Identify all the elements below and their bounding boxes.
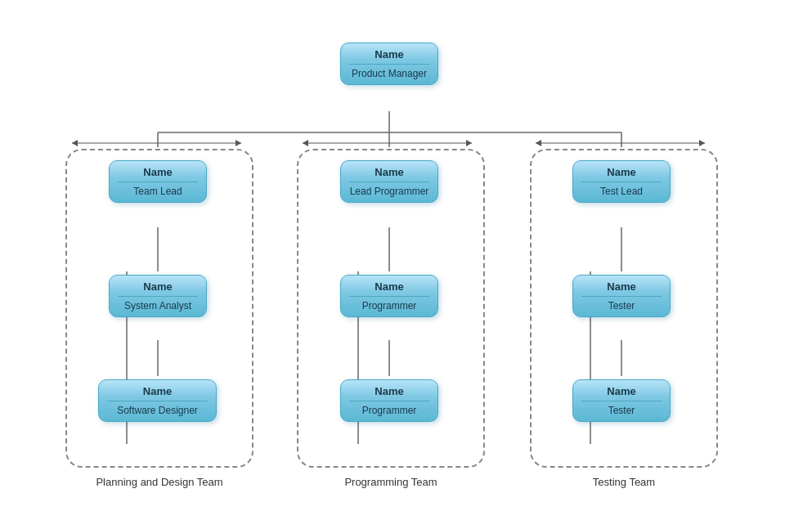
test-lead-node[interactable]: Name Test Lead [572, 160, 671, 203]
software-designer-role: Software Designer [107, 405, 208, 416]
system-analyst-role: System Analyst [118, 300, 198, 312]
product-manager-name: Name [349, 48, 429, 65]
team-lead-name: Name [118, 166, 198, 182]
svg-marker-28 [536, 140, 541, 146]
tester2-role: Tester [581, 405, 662, 416]
programmer1-name: Name [349, 280, 429, 297]
lead-programmer-name: Name [349, 166, 429, 182]
programming-group-label: Programming Team [297, 476, 485, 488]
diagram-container: Name Product Manager Name Team Lead Name… [0, 0, 812, 529]
svg-marker-22 [72, 140, 78, 146]
svg-marker-21 [236, 140, 241, 146]
programmer2-role: Programmer [349, 405, 429, 416]
tester2-name: Name [581, 385, 662, 401]
lead-programmer-node[interactable]: Name Lead Programmer [340, 160, 438, 203]
lead-programmer-role: Lead Programmer [349, 186, 429, 197]
software-designer-node[interactable]: Name Software Designer [98, 379, 217, 422]
testing-group-label: Testing Team [530, 476, 718, 488]
programmer1-role: Programmer [349, 300, 429, 312]
system-analyst-node[interactable]: Name System Analyst [109, 275, 207, 317]
product-manager-role: Product Manager [349, 68, 429, 79]
system-analyst-name: Name [118, 280, 198, 297]
test-lead-name: Name [581, 166, 662, 182]
planning-group-label: Planning and Design Team [65, 476, 253, 488]
product-manager-node[interactable]: Name Product Manager [340, 43, 438, 85]
tester1-node[interactable]: Name Tester [572, 275, 671, 317]
svg-marker-25 [303, 140, 308, 146]
tester1-role: Tester [581, 300, 662, 312]
team-lead-node[interactable]: Name Team Lead [109, 160, 207, 203]
svg-marker-27 [699, 140, 705, 146]
svg-marker-24 [466, 140, 472, 146]
test-lead-role: Test Lead [581, 186, 662, 197]
programmer2-node[interactable]: Name Programmer [340, 379, 438, 422]
software-designer-name: Name [107, 385, 208, 401]
team-lead-role: Team Lead [118, 186, 198, 197]
programmer2-name: Name [349, 385, 429, 401]
tester2-node[interactable]: Name Tester [572, 379, 671, 422]
programmer1-node[interactable]: Name Programmer [340, 275, 438, 317]
tester1-name: Name [581, 280, 662, 297]
